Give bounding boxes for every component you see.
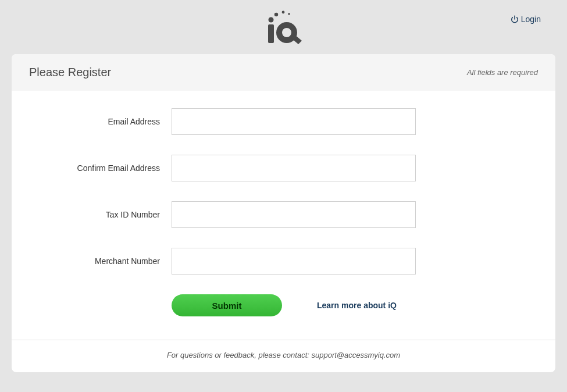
footer: For questions or feedback, please contac… — [12, 340, 555, 372]
confirm-email-input[interactable] — [172, 155, 416, 181]
learn-more-link[interactable]: Learn more about iQ — [317, 301, 397, 310]
page-header: Login — [0, 0, 567, 54]
svg-rect-4 — [268, 24, 274, 43]
form-row-tax-id: Tax ID Number — [29, 201, 538, 228]
form-row-merchant: Merchant Number — [29, 248, 538, 275]
svg-point-0 — [268, 17, 273, 23]
iq-logo — [266, 10, 302, 45]
email-input[interactable] — [172, 108, 416, 135]
login-link[interactable]: Login — [511, 15, 541, 24]
label-merchant: Merchant Number — [29, 256, 172, 266]
card-header: Please Register All fields are required — [12, 54, 555, 91]
register-card: Please Register All fields are required … — [12, 54, 555, 372]
form-row-confirm-email: Confirm Email Address — [29, 155, 538, 181]
merchant-input[interactable] — [172, 248, 416, 275]
svg-point-2 — [281, 11, 284, 14]
svg-point-3 — [288, 13, 290, 15]
tax-id-input[interactable] — [172, 201, 416, 228]
label-confirm-email: Confirm Email Address — [29, 163, 172, 173]
required-note: All fields are required — [467, 68, 538, 77]
form-row-email: Email Address — [29, 108, 538, 135]
button-row: Submit Learn more about iQ — [172, 294, 538, 316]
submit-button[interactable]: Submit — [172, 294, 282, 316]
svg-point-1 — [274, 13, 277, 16]
login-label: Login — [521, 15, 541, 24]
form-body: Email Address Confirm Email Address Tax … — [12, 91, 555, 340]
label-tax-id: Tax ID Number — [29, 210, 172, 219]
label-email: Email Address — [29, 117, 172, 126]
power-icon — [511, 15, 519, 23]
footer-text: For questions or feedback, please contac… — [167, 351, 400, 359]
card-title: Please Register — [29, 66, 111, 79]
